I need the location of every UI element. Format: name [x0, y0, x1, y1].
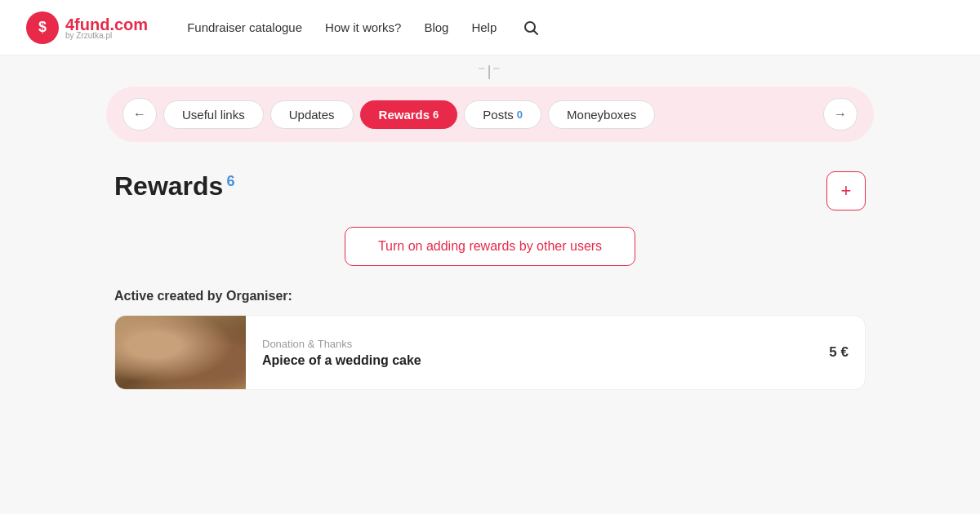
card-image-inner [115, 316, 246, 389]
main-content: Rewards 6 + Turn on adding rewards by ot… [0, 148, 980, 390]
rewards-count: 6 [226, 173, 234, 190]
tab-updates-label: Updates [289, 108, 335, 122]
add-reward-button[interactable]: + [826, 171, 866, 210]
svg-line-1 [534, 30, 538, 34]
nav-how-it-works[interactable]: How it works? [325, 20, 401, 34]
logo-text-wrap: 4fund.com by Zrzutka.pl [65, 16, 148, 40]
card-price: 5 € [829, 344, 849, 361]
scroll-dots: ⁻|⁻ [478, 62, 503, 80]
rewards-title: Rewards [114, 171, 223, 202]
tab-moneyboxes[interactable]: Moneyboxes [548, 100, 655, 129]
tabs-strip: ← Useful links Updates Rewards 6 Posts 0… [106, 86, 874, 142]
card-category: Donation & Thanks [262, 338, 813, 350]
turn-on-wrap: Turn on adding rewards by other users [114, 227, 866, 266]
add-icon: + [841, 180, 852, 202]
reward-card: Donation & Thanks Apiece of a wedding ca… [114, 315, 866, 390]
card-image [115, 316, 246, 389]
search-icon [523, 20, 539, 36]
tab-useful-links[interactable]: Useful links [163, 100, 264, 129]
tab-prev-button[interactable]: ← [122, 98, 157, 131]
tab-useful-links-label: Useful links [182, 108, 245, 122]
scroll-indicator: ⁻|⁻ [0, 55, 980, 80]
tab-rewards[interactable]: Rewards 6 [360, 100, 458, 129]
card-title: Apiece of a wedding cake [262, 353, 813, 368]
tab-rewards-label: Rewards [379, 108, 430, 122]
rewards-header: Rewards 6 + [114, 171, 866, 210]
header: $ 4fund.com by Zrzutka.pl Fundraiser cat… [0, 0, 980, 55]
tab-posts-badge: 0 [517, 109, 523, 121]
tab-next-button[interactable]: → [823, 98, 858, 131]
nav-fundraiser-catalogue[interactable]: Fundraiser catalogue [187, 20, 302, 34]
nav-help[interactable]: Help [471, 20, 497, 34]
active-section-label: Active created by Organiser: [114, 289, 866, 304]
turn-on-label: Turn on adding rewards by other users [378, 239, 602, 253]
main-nav: Fundraiser catalogue How it works? Blog … [187, 20, 539, 36]
tab-posts-label: Posts [483, 108, 514, 122]
logo-icon: $ [26, 11, 59, 44]
card-content: Donation & Thanks Apiece of a wedding ca… [246, 338, 829, 368]
rewards-title-wrap: Rewards 6 [114, 171, 234, 202]
tab-moneyboxes-label: Moneyboxes [567, 108, 636, 122]
tab-posts[interactable]: Posts 0 [464, 100, 541, 129]
search-button[interactable] [523, 20, 539, 36]
logo[interactable]: $ 4fund.com by Zrzutka.pl [26, 11, 148, 44]
nav-blog[interactable]: Blog [424, 20, 448, 34]
turn-on-button[interactable]: Turn on adding rewards by other users [345, 227, 635, 266]
tab-rewards-badge: 6 [433, 109, 439, 121]
tab-updates[interactable]: Updates [270, 100, 354, 129]
logo-tld: .com [109, 16, 148, 33]
